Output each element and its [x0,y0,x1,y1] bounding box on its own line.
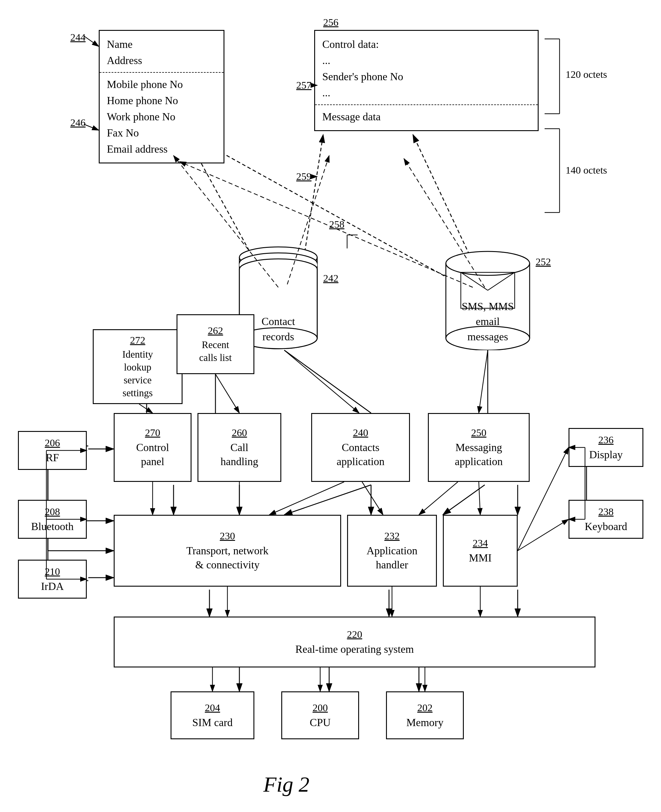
control-data-dots2: ... [322,87,330,99]
box-transport-230: 230 Transport, network& connectivity [114,515,341,587]
diagram: Name Address Mobile phone No Home phone … [0,0,661,812]
box-memory-202: 202 Memory [386,691,464,739]
svg-line-62 [84,124,99,130]
brace-140-octets: 140 octets [565,165,607,176]
svg-line-70 [479,350,488,413]
contact-name: Name [107,38,133,50]
brace-120-octets: 120 octets [565,69,607,80]
work-phone: Work phone No [107,111,176,123]
svg-line-61 [84,36,99,46]
box-rf-206: 206 RF [18,431,87,470]
box-keyboard-238: 238 Keyboard [568,500,643,539]
ann-256: 256 [323,16,338,29]
box-mmi-234: 234 MMI [443,515,518,587]
box-identity-272: 272 Identitylookupservicesettings [93,329,182,404]
box-sim-card-204: 204 SIM card [171,691,254,739]
svg-line-78 [518,519,568,551]
ann-259: 259 [296,171,311,183]
message-card-256: Control data: ... Sender's phone No ... … [314,30,539,131]
mobile-phone: Mobile phone No [107,78,183,90]
svg-line-76 [479,482,480,515]
box-app-handler-232: 232 Applicationhandler [347,515,437,587]
contact-card-top: Name Address [100,31,224,73]
box-rtos-220: 220 Real-time operating system [114,617,596,667]
message-data-label: Message data [322,111,381,123]
contact-card-bottom: Mobile phone No Home phone No Work phone… [100,73,224,163]
figure-label: Fig 2 [263,772,310,797]
ann-252: 252 [536,256,551,268]
svg-line-74 [362,482,383,515]
svg-line-26 [284,485,371,515]
email-address: Email address [107,143,168,155]
box-control-panel-270: 270 Controlpanel [114,413,192,482]
box-display-236: 236 Display [568,428,643,467]
box-recent-calls-262: 262 Recentcalls list [177,314,254,374]
message-card-top: Control data: ... Sender's phone No ... [315,31,538,105]
ann-257: 257 [296,79,311,91]
contact-address: Address [107,54,142,66]
box-irda-210: 210 IrDA [18,560,87,599]
sms-messages-label: SMS, MMSemailmessages [462,299,514,350]
svg-line-75 [419,482,458,515]
ann-244: 244 [70,32,86,44]
ann-246: 246 [70,117,86,129]
box-cpu-200: 200 CPU [281,691,359,739]
ann-242: 242 [323,272,338,285]
senders-phone-label: Sender's phone No [322,70,403,83]
svg-line-68 [216,374,239,413]
box-bluetooth-208: 208 Bluetooth [18,500,87,539]
svg-line-69 [284,350,359,413]
svg-line-95 [180,161,473,287]
contact-card-244: Name Address Mobile phone No Home phone … [99,30,224,163]
ann-258: 258 [329,219,345,231]
svg-line-7 [284,350,371,413]
svg-line-67 [139,404,153,413]
box-contacts-app-240: 240 Contactsapplication [311,413,410,482]
fax-no: Fax No [107,127,139,139]
cylinder-sms-252: SMS, MMSemailmessages [443,245,533,350]
box-call-handling-260: 260 Callhandling [198,413,281,482]
message-card-bottom: Message data [315,105,538,130]
home-phone: Home phone No [107,94,178,107]
contact-records-label: Contactrecords [262,314,295,350]
svg-point-53 [446,251,530,275]
box-messaging-app-250: 250 Messagingapplication [428,413,530,482]
control-data-dots: ... [322,54,330,66]
svg-line-28 [443,485,485,515]
svg-line-73 [269,482,344,515]
control-data-label: Control data: [322,38,379,50]
